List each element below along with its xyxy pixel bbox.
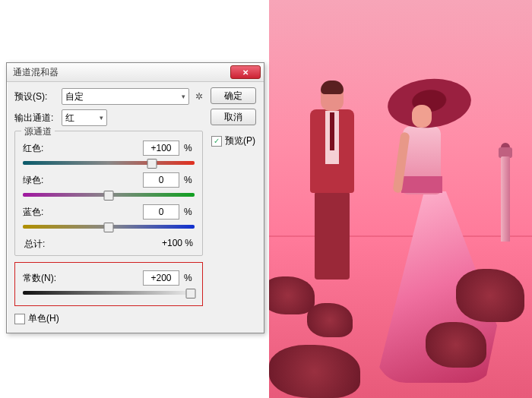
- close-button[interactable]: ✕: [230, 65, 261, 79]
- dialog-title: 通道混和器: [13, 66, 59, 79]
- green-input[interactable]: 0: [143, 172, 179, 188]
- green-slider[interactable]: [23, 189, 195, 200]
- titlebar[interactable]: 通道混和器 ✕: [7, 63, 264, 82]
- preset-value: 自定: [65, 90, 84, 103]
- blue-slider[interactable]: [23, 221, 195, 232]
- close-icon: ✕: [242, 68, 249, 77]
- constant-slider[interactable]: [23, 287, 195, 298]
- preview-image: [269, 0, 532, 398]
- checkbox-icon: [14, 314, 25, 324]
- preset-select[interactable]: 自定 ▾: [62, 88, 189, 105]
- ok-button[interactable]: 确定: [211, 87, 256, 104]
- constant-input[interactable]: +200: [143, 270, 179, 286]
- chevron-down-icon: ▾: [182, 93, 185, 100]
- red-input[interactable]: +100: [143, 141, 179, 156]
- preset-label: 预设(S):: [14, 90, 57, 103]
- pct-label: %: [184, 207, 195, 217]
- group-legend: 源通道: [21, 125, 55, 138]
- green-label: 绿色:: [23, 174, 138, 187]
- blue-label: 蓝色:: [23, 206, 138, 219]
- output-label: 输出通道:: [14, 112, 57, 125]
- blue-input[interactable]: 0: [143, 204, 179, 220]
- red-label: 红色:: [23, 142, 138, 155]
- pct-label: %: [184, 143, 195, 153]
- total-label: 总计:: [24, 238, 45, 251]
- preview-checkbox[interactable]: ✓ 预览(P): [211, 134, 255, 147]
- pct-label: %: [184, 273, 195, 283]
- pct-label: %: [185, 238, 193, 248]
- total-value: +100: [162, 238, 182, 248]
- chevron-down-icon: ▾: [100, 114, 103, 122]
- monochrome-checkbox[interactable]: 单色(H): [14, 312, 256, 325]
- lighthouse-graphic: [496, 143, 515, 242]
- ok-label: 确定: [224, 90, 242, 103]
- gear-icon[interactable]: ✲: [194, 91, 204, 102]
- pct-label: %: [184, 175, 195, 185]
- channel-mixer-dialog: 通道混和器 ✕ 确定 取消 ✓ 预览(P) 预设(S): 自定 ▾ ✲ 输出通道…: [6, 62, 264, 333]
- constant-label: 常数(N):: [23, 272, 138, 285]
- output-value: 红: [65, 112, 74, 125]
- cancel-button[interactable]: 取消: [211, 109, 256, 125]
- cancel-label: 取消: [224, 111, 242, 124]
- constant-group: 常数(N): +200 %: [14, 262, 203, 306]
- source-channels-group: 源通道 红色: +100 % 绿色: 0 % 蓝色: 0 %: [14, 131, 203, 256]
- preview-label: 预览(P): [225, 134, 255, 147]
- mono-label: 单色(H): [28, 312, 59, 325]
- output-select[interactable]: 红 ▾: [62, 109, 107, 126]
- checkbox-icon: ✓: [211, 136, 222, 147]
- red-slider[interactable]: [23, 157, 195, 168]
